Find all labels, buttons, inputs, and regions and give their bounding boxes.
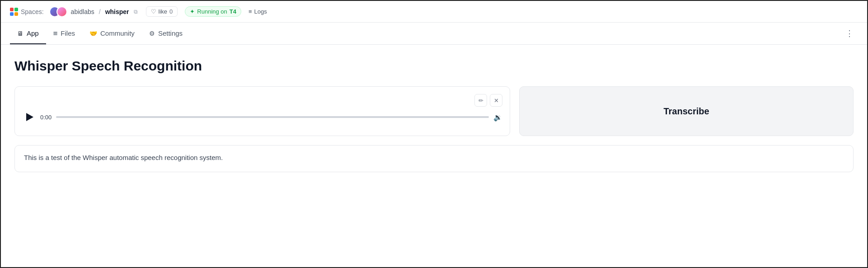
tab-files-label: Files xyxy=(61,29,75,37)
logs-button[interactable]: ≡ Logs xyxy=(249,8,267,15)
nav-tabs: 🖥 App ≡ Files 🤝 Community ⚙ Settings ⋮ xyxy=(1,23,867,45)
logs-icon: ≡ xyxy=(249,8,252,15)
like-count: 0 xyxy=(169,8,173,15)
interface-grid: ✏ ✕ 0:00 🔉 Transcribe xyxy=(14,86,854,136)
close-icon: ✕ xyxy=(494,97,499,104)
logo-icon xyxy=(10,8,18,16)
more-menu-button[interactable]: ⋮ xyxy=(841,24,858,43)
spaces-logo: Spaces: xyxy=(10,8,44,16)
running-chip: T4 xyxy=(230,8,236,15)
settings-tab-icon: ⚙ xyxy=(149,30,155,37)
clear-audio-button[interactable]: ✕ xyxy=(490,94,502,107)
audio-input-card: ✏ ✕ 0:00 🔉 xyxy=(14,86,510,136)
heart-icon: ♡ xyxy=(151,8,156,15)
edit-audio-button[interactable]: ✏ xyxy=(474,94,487,107)
audio-card-actions: ✏ ✕ xyxy=(22,94,502,107)
spaces-label: Spaces: xyxy=(21,8,44,15)
page-title: Whisper Speech Recognition xyxy=(14,58,854,74)
main-content: Whisper Speech Recognition ✏ ✕ 0:00 xyxy=(1,45,867,186)
app-tab-icon: 🖥 xyxy=(17,30,23,37)
play-icon xyxy=(26,113,33,121)
like-label: like xyxy=(159,8,168,15)
tab-community-label: Community xyxy=(100,29,135,37)
logs-label: Logs xyxy=(254,8,267,15)
copy-icon[interactable]: ⧉ xyxy=(134,9,138,15)
breadcrumb-separator: / xyxy=(99,8,101,15)
running-badge: ✦ Running on T4 xyxy=(185,6,241,17)
transcribe-button-label: Transcribe xyxy=(663,106,709,117)
tab-settings[interactable]: ⚙ Settings xyxy=(142,23,190,44)
avatar-group xyxy=(49,6,67,17)
tab-app[interactable]: 🖥 App xyxy=(10,23,46,44)
edit-icon: ✏ xyxy=(479,97,483,104)
transcribe-card[interactable]: Transcribe xyxy=(519,86,854,136)
audio-player: 0:00 🔉 xyxy=(22,110,502,124)
tab-app-label: App xyxy=(27,29,39,37)
top-bar: Spaces: abidlabs / whisper ⧉ ♡ like 0 ✦ … xyxy=(1,1,867,23)
audio-progress-bar[interactable] xyxy=(56,116,489,118)
files-tab-icon: ≡ xyxy=(53,29,58,38)
community-tab-icon: 🤝 xyxy=(89,30,97,37)
running-label: Running on xyxy=(197,8,227,15)
volume-icon[interactable]: 🔉 xyxy=(493,113,502,122)
output-text: This is a test of the Whisper automatic … xyxy=(24,154,223,161)
tab-community[interactable]: 🤝 Community xyxy=(82,23,142,44)
breadcrumb-repo[interactable]: whisper xyxy=(105,8,129,15)
avatar-2 xyxy=(56,6,67,17)
breadcrumb-user[interactable]: abidlabs xyxy=(71,8,94,15)
running-icon: ✦ xyxy=(190,8,195,15)
tab-settings-label: Settings xyxy=(158,29,183,37)
play-button[interactable] xyxy=(22,110,36,124)
time-display: 0:00 xyxy=(40,114,52,121)
tab-files[interactable]: ≡ Files xyxy=(46,23,82,45)
output-card: This is a test of the Whisper automatic … xyxy=(14,145,854,172)
like-button[interactable]: ♡ like 0 xyxy=(146,6,178,17)
